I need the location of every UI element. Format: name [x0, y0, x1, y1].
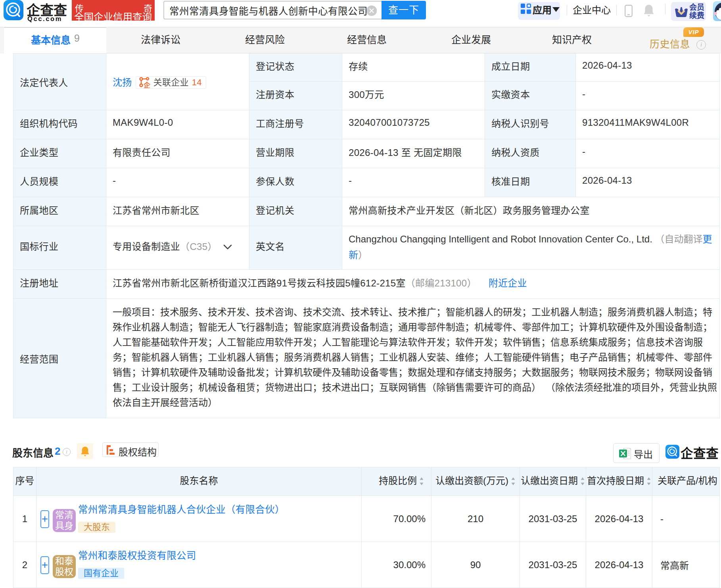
svg-text:企: 企 — [143, 81, 151, 88]
